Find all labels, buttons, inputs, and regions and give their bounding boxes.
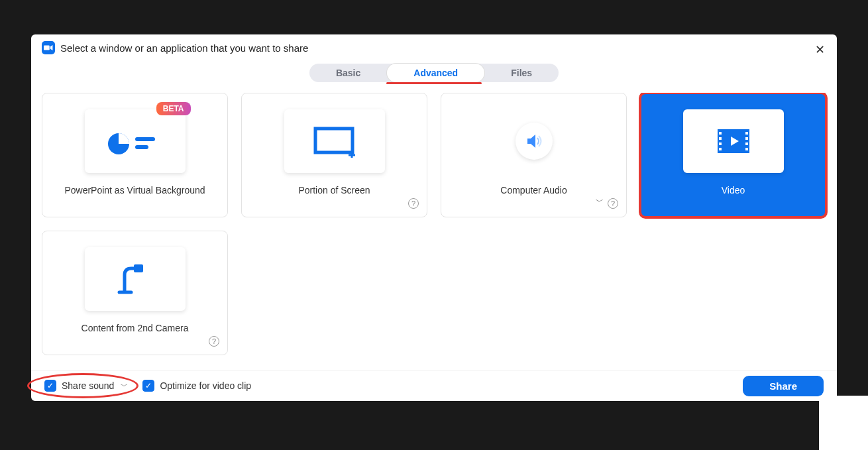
annotation-underline	[386, 82, 482, 84]
share-options-grid: BETA PowerPoint as Virtual Background Po…	[31, 93, 837, 370]
camera2-thumb	[85, 247, 186, 311]
option-computer-audio[interactable]: Computer Audio ﹀ ?	[441, 93, 627, 217]
tab-files[interactable]: Files	[484, 64, 559, 82]
svg-rect-16	[745, 142, 748, 145]
svg-rect-18	[134, 264, 143, 272]
checkbox-icon: ✓	[142, 380, 154, 392]
chevron-down-icon[interactable]: ﹀	[596, 196, 604, 207]
svg-rect-4	[315, 129, 353, 152]
powerpoint-thumb: BETA	[85, 109, 186, 173]
optimize-video-checkbox[interactable]: ✓ Optimize for video clip	[142, 380, 251, 392]
chevron-down-icon[interactable]: ﹀	[121, 381, 128, 391]
optimize-label: Optimize for video clip	[160, 380, 251, 391]
overlay-square	[819, 396, 868, 450]
help-icon[interactable]: ?	[408, 198, 419, 209]
option-label: Portion of Screen	[298, 185, 370, 196]
dialog-footer: ✓ Share sound ﹀ ✓ Optimize for video cli…	[31, 370, 837, 401]
svg-rect-17	[745, 148, 748, 150]
option-label: Content from 2nd Camera	[81, 323, 189, 333]
svg-rect-0	[44, 46, 50, 50]
tab-basic[interactable]: Basic	[309, 64, 387, 82]
option-label: Video	[722, 185, 745, 196]
dialog-title: Select a window or an application that y…	[60, 42, 308, 54]
svg-rect-14	[745, 132, 748, 135]
svg-rect-10	[719, 132, 722, 135]
close-icon[interactable]: ✕	[815, 44, 825, 56]
svg-rect-13	[719, 148, 722, 150]
svg-rect-2	[135, 137, 155, 141]
tab-advanced[interactable]: Advanced	[387, 64, 484, 82]
svg-rect-3	[135, 145, 148, 149]
option-video[interactable]: Video	[640, 93, 826, 217]
share-sound-checkbox[interactable]: ✓ Share sound ﹀	[44, 380, 128, 392]
option-label: Computer Audio	[500, 185, 567, 196]
help-icon[interactable]: ?	[209, 336, 219, 347]
help-icon[interactable]: ?	[608, 198, 618, 209]
audio-thumb	[484, 109, 584, 173]
checkbox-icon: ✓	[44, 380, 56, 392]
svg-rect-15	[745, 137, 748, 140]
tab-bar: Basic Advanced Files	[31, 64, 837, 82]
option-powerpoint-virtual-bg[interactable]: BETA PowerPoint as Virtual Background	[42, 93, 228, 217]
share-button[interactable]: Share	[743, 376, 824, 396]
tab-group: Basic Advanced Files	[309, 64, 559, 82]
share-screen-dialog: Select a window or an application that y…	[31, 34, 837, 401]
option-label: PowerPoint as Virtual Background	[64, 185, 205, 196]
dialog-header: Select a window or an application that y…	[31, 34, 837, 60]
portion-thumb	[284, 109, 385, 173]
video-thumb	[683, 109, 784, 173]
share-sound-label: Share sound	[62, 380, 114, 391]
option-portion-of-screen[interactable]: Portion of Screen ?	[241, 93, 427, 217]
option-2nd-camera[interactable]: Content from 2nd Camera ?	[42, 231, 228, 355]
beta-badge: BETA	[156, 102, 191, 115]
zoom-app-icon	[42, 41, 55, 54]
svg-rect-12	[719, 142, 722, 145]
svg-rect-11	[719, 137, 722, 140]
